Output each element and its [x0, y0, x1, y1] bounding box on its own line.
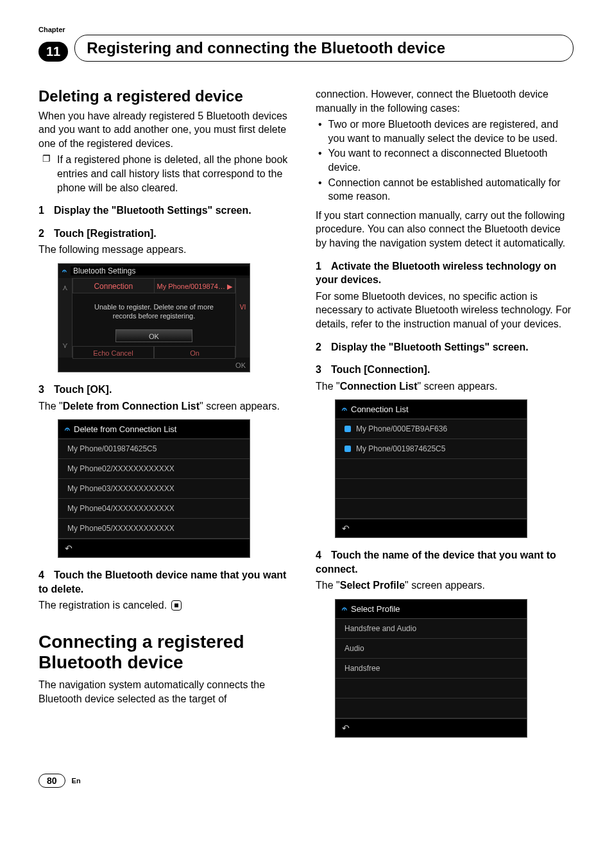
left-step-1: 1Display the "Bluetooth Settings" screen…	[38, 204, 296, 218]
shot1-title: Bluetooth Settings	[71, 266, 250, 275]
left-step-4: 4Touch the Bluetooth device name that yo…	[38, 568, 296, 612]
delete-intro: When you have already registered 5 Bluet…	[38, 109, 296, 151]
left-step-1-head: Display the "Bluetooth Settings" screen.	[54, 205, 251, 216]
screenshot-connection-list: 𝄐 Connection List My Phone/000E7B9AF636 …	[335, 399, 527, 538]
shot1-connection-label: Connection	[72, 278, 155, 293]
heading-connecting: Connecting a registered Bluetooth device	[38, 632, 296, 673]
chapter-title: Registering and connecting the Bluetooth…	[74, 35, 574, 62]
list-item: My Phone05/XXXXXXXXXXXX	[58, 519, 250, 539]
note-row: ❐ If a registered phone is deleted, all …	[42, 153, 296, 195]
connect-cont: connection. However, connect the Bluetoo…	[316, 87, 574, 115]
chapter-header-block: Chapter 11 Registering and connecting th…	[38, 26, 574, 62]
screenshot-select-profile: 𝄐 Select Profile Handsfree and Audio Aud…	[335, 599, 527, 738]
page: Chapter 11 Registering and connecting th…	[0, 0, 612, 807]
left-step-4-body: The registration is canceled.	[38, 598, 296, 612]
shot1-message: Unable to register. Delete one of morere…	[84, 302, 224, 321]
left-step-2-head: Touch [Registration].	[54, 228, 157, 239]
bullet-item: Two or more Bluetooth devices are regist…	[328, 117, 574, 145]
note-text: If a registered phone is deleted, all th…	[57, 153, 296, 195]
list-item	[336, 699, 527, 718]
back-icon: ↶	[65, 543, 72, 553]
bluetooth-icon: 𝄐	[342, 603, 347, 614]
shot1-phone-label: My Phone/0019874… ▶	[155, 278, 236, 293]
left-column: Deleting a registered device When you ha…	[38, 87, 296, 748]
screenshot-delete-list: 𝄐 Delete from Connection List My Phone/0…	[58, 419, 250, 558]
after-bullets: If you start connection manually, carry …	[316, 209, 574, 250]
shot3-title: Connection List	[351, 404, 409, 414]
list-item: My Phone/0019874625C5	[58, 439, 250, 459]
list-item	[336, 679, 527, 699]
right-step-3-body: The "Connection List" screen appears.	[316, 379, 574, 394]
left-step-3-body: The "Delete from Connection List" screen…	[38, 399, 296, 413]
right-step-3-head: Touch [Connection].	[331, 364, 430, 375]
left-step-2: 2Touch [Registration]. The following mes…	[38, 227, 296, 257]
section-end-icon	[171, 600, 182, 611]
right-column: connection. However, connect the Bluetoo…	[316, 87, 574, 748]
heading-deleting: Deleting a registered device	[38, 87, 296, 105]
list-item	[336, 499, 527, 519]
list-item: My Phone/000E7B9AF636	[336, 419, 527, 439]
list-item: My Phone04/XXXXXXXXXXXX	[58, 499, 250, 519]
chapter-header: 11 Registering and connecting the Blueto…	[38, 35, 574, 62]
content-columns: Deleting a registered device When you ha…	[38, 87, 574, 748]
page-footer: 80 En	[38, 774, 574, 788]
right-step-1: 1Activate the Bluetooth wireless technol…	[316, 259, 574, 331]
bluetooth-icon: 𝄐	[342, 404, 347, 415]
shot4-title: Select Profile	[351, 604, 400, 614]
right-step-3: 3Touch [Connection]. The "Connection Lis…	[316, 363, 574, 393]
back-icon: ↶	[342, 523, 350, 534]
list-item: Handsfree	[336, 659, 527, 679]
bluetooth-icon: 𝄐	[65, 424, 70, 435]
sidebar-bottom-icon: ⋎	[58, 336, 72, 355]
sidebar-top-icon: ⋏	[58, 278, 72, 297]
screenshot-bluetooth-settings: 𝄐 Bluetooth Settings ⋏ ⋎ VI Connection M…	[58, 263, 250, 372]
left-step-3-head: Touch [OK].	[54, 384, 112, 395]
list-item: Audio	[336, 639, 527, 659]
shot1-vi: VI	[236, 278, 250, 311]
list-item	[336, 459, 527, 479]
phone-icon	[344, 446, 351, 452]
bullet-list: Two or more Bluetooth devices are regist…	[316, 117, 574, 204]
connect-intro: The navigation system automatically conn…	[38, 678, 296, 706]
chapter-number: 11	[38, 42, 68, 62]
right-step-2: 2Display the "Bluetooth Settings" screen…	[316, 340, 574, 354]
list-item: Handsfree and Audio	[336, 619, 527, 639]
right-step-4: 4Touch the name of the device that you w…	[316, 548, 574, 593]
left-step-4-head: Touch the Bluetooth device name that you…	[38, 569, 286, 595]
right-step-4-body: The "Select Profile" screen appears.	[316, 578, 574, 593]
back-icon: ↶	[342, 723, 350, 733]
footer-language: En	[72, 777, 81, 785]
shot2-title: Delete from Connection List	[74, 424, 176, 434]
chapter-label: Chapter	[38, 26, 574, 33]
right-step-4-head: Touch the name of the device that you wa…	[316, 550, 556, 575]
right-step-2-head: Display the "Bluetooth Settings" screen.	[331, 342, 529, 352]
list-item: My Phone03/XXXXXXXXXXXX	[58, 479, 250, 499]
shot1-echo-label: Echo Cancel	[72, 346, 154, 359]
list-item: My Phone/0019874625C5	[336, 439, 527, 459]
left-step-3: 3Touch [OK]. The "Delete from Connection…	[38, 383, 296, 413]
shot1-ok-button: OK	[115, 329, 192, 342]
list-item: My Phone02/XXXXXXXXXXXX	[58, 459, 250, 479]
bullet-item: Connection cannot be established automat…	[328, 176, 574, 204]
bluetooth-icon: 𝄐	[58, 266, 71, 275]
shot1-ok-footer: OK	[235, 361, 246, 369]
right-step-1-body: For some Bluetooth devices, no specific …	[316, 290, 574, 331]
left-step-2-body: The following message appears.	[38, 243, 296, 257]
list-item	[336, 479, 527, 499]
note-marker-icon: ❐	[42, 153, 51, 195]
phone-icon	[344, 426, 351, 432]
shot1-on-label: On	[154, 346, 235, 359]
right-step-1-head: Activate the Bluetooth wireless technolo…	[316, 261, 556, 286]
page-number: 80	[38, 774, 65, 788]
bullet-item: You want to reconnect a disconnected Blu…	[328, 146, 574, 174]
